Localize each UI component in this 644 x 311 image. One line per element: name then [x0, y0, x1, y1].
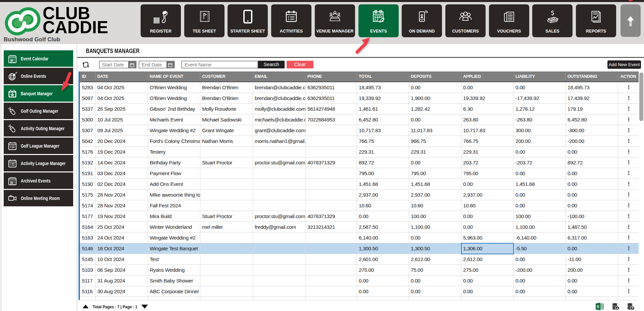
svg-text:X: X	[597, 305, 599, 309]
